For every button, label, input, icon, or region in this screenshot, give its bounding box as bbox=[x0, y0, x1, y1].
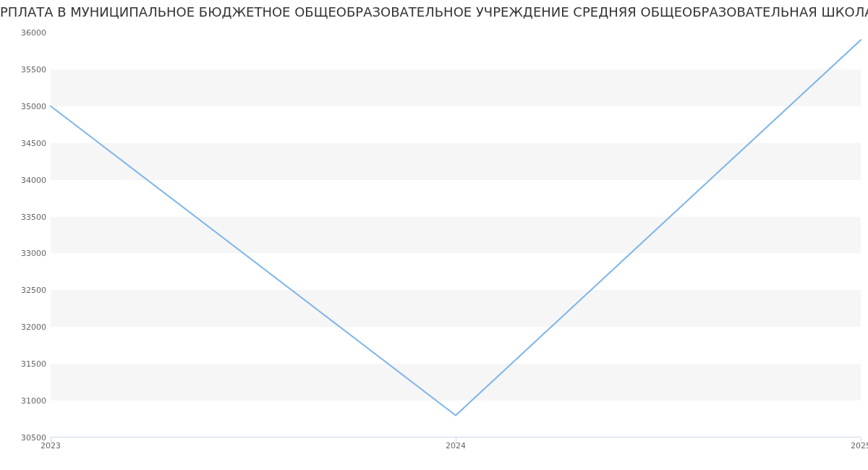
x-tick-label: 2024 bbox=[446, 441, 466, 450]
x-tick-label: 2025 bbox=[851, 441, 868, 450]
y-tick-label: 34000 bbox=[7, 175, 46, 184]
line-series bbox=[51, 33, 861, 437]
y-tick-label: 33500 bbox=[7, 212, 46, 221]
y-tick-label: 31500 bbox=[7, 359, 46, 369]
y-tick-label: 36000 bbox=[7, 28, 46, 38]
y-tick-label: 35500 bbox=[7, 64, 46, 74]
y-tick-label: 33000 bbox=[7, 249, 46, 258]
plot-area bbox=[51, 33, 861, 437]
y-tick-label: 31000 bbox=[7, 396, 46, 406]
y-tick-label: 34500 bbox=[7, 138, 46, 148]
x-tick-label: 2023 bbox=[41, 441, 61, 450]
y-tick-label: 35000 bbox=[7, 101, 46, 111]
chart-title: РПЛАТА В МУНИЦИПАЛЬНОЕ БЮДЖЕТНОЕ ОБЩЕОБР… bbox=[0, 4, 868, 20]
y-tick-label: 32000 bbox=[7, 322, 46, 332]
y-tick-label: 32500 bbox=[7, 286, 46, 295]
